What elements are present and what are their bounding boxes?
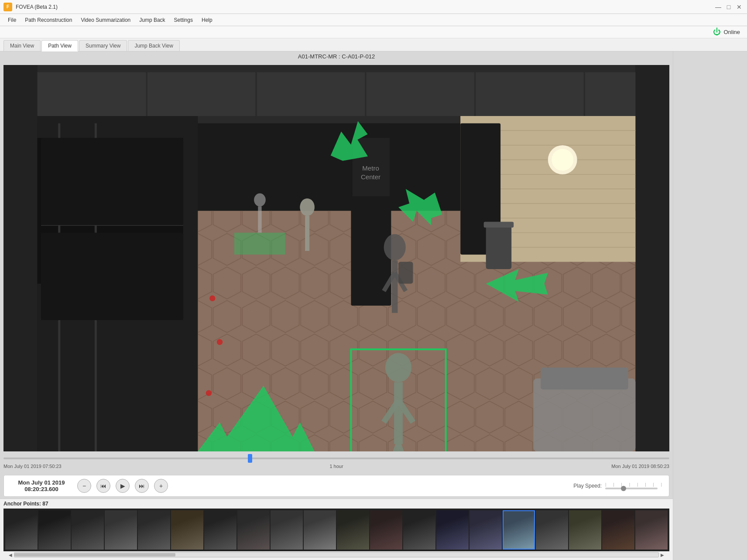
- svg-rect-46: [398, 262, 413, 283]
- playback-controls: Mon July 01 2019 08:20:23.600 − ⏮ ▶ ⏭ + …: [3, 475, 669, 497]
- close-button[interactable]: ✕: [735, 3, 744, 11]
- svg-text:Center: Center: [361, 173, 380, 181]
- thumbnail-14[interactable]: [469, 510, 502, 550]
- tab-jump-back-view[interactable]: Jump Back View: [128, 40, 179, 51]
- thumbnail-19[interactable]: [635, 510, 668, 550]
- left-panel: A01-MTRC-MR : C-A01-P-012: [0, 51, 673, 560]
- svg-point-36: [552, 149, 573, 171]
- rewind-button[interactable]: ⏮: [96, 479, 110, 493]
- svg-rect-33: [486, 225, 512, 269]
- thumbnail-0[interactable]: [5, 510, 38, 550]
- anchor-header: Anchor Points: 87: [3, 501, 669, 507]
- timeline-thumb[interactable]: [248, 454, 252, 463]
- thumbnail-3[interactable]: [105, 510, 137, 550]
- title-bar: F FOVEA (Beta 2.1) — □ ✕: [0, 0, 747, 14]
- thumbnail-12[interactable]: [403, 510, 435, 550]
- menu-help[interactable]: Help: [197, 15, 217, 25]
- svg-marker-37: [234, 232, 285, 254]
- svg-point-42: [384, 234, 406, 260]
- thumbnail-17[interactable]: [569, 510, 601, 550]
- minus-button[interactable]: −: [77, 479, 91, 493]
- menu-video-summarization[interactable]: Video Summarization: [76, 15, 135, 25]
- scroll-right-arrow[interactable]: ▶: [659, 553, 666, 557]
- thumbnail-10[interactable]: [337, 510, 369, 550]
- timeline-end: Mon July 01 2019 08:50:23: [611, 464, 669, 469]
- svg-rect-2: [38, 72, 636, 116]
- plus-button[interactable]: +: [154, 479, 168, 493]
- window-controls: — □ ✕: [714, 3, 744, 11]
- play-speed-label: Play Speed:: [573, 483, 602, 489]
- thumbnail-7[interactable]: [237, 510, 270, 550]
- svg-rect-13: [41, 232, 183, 320]
- svg-rect-57: [541, 368, 628, 389]
- maximize-button[interactable]: □: [724, 3, 733, 11]
- fast-forward-button[interactable]: ⏭: [135, 479, 149, 493]
- scroll-left-arrow[interactable]: ◀: [7, 553, 14, 557]
- svg-text:Metro: Metro: [362, 164, 379, 172]
- timeline-area: Mon July 01 2019 07:50:23 1 hour Mon Jul…: [0, 451, 673, 473]
- online-label: Online: [723, 29, 740, 35]
- thumbnail-scrollbar[interactable]: ◀ ▶: [3, 551, 669, 558]
- thumbnail-18[interactable]: [602, 510, 634, 550]
- timeline-track[interactable]: [3, 458, 669, 459]
- svg-point-61: [300, 198, 314, 216]
- thumbnail-5[interactable]: [171, 510, 203, 550]
- speed-slider[interactable]: [605, 488, 658, 489]
- thumbnail-8[interactable]: [271, 510, 303, 550]
- thumbnail-6[interactable]: [204, 510, 236, 550]
- scroll-track[interactable]: [14, 552, 659, 557]
- date-line2: 08:20:23.600: [11, 486, 72, 492]
- scroll-thumb: [14, 553, 175, 557]
- thumbnail-11[interactable]: [370, 510, 402, 550]
- menu-jump-back[interactable]: Jump Back: [135, 15, 169, 25]
- menu-bar: File Path Reconstruction Video Summariza…: [0, 14, 747, 26]
- title-bar-left: F FOVEA (Beta 2.1): [3, 3, 58, 11]
- play-button[interactable]: ▶: [116, 479, 130, 493]
- datetime-display: Mon July 01 2019 08:20:23.600: [11, 479, 72, 492]
- tab-path-view[interactable]: Path View: [41, 40, 78, 51]
- svg-point-60: [206, 390, 212, 396]
- thumbnail-2[interactable]: [72, 510, 104, 550]
- menu-file[interactable]: File: [3, 15, 21, 25]
- svg-point-63: [254, 193, 266, 206]
- svg-rect-34: [484, 222, 514, 227]
- menu-settings[interactable]: Settings: [170, 15, 197, 25]
- app-icon: F: [3, 3, 12, 11]
- online-icon: ⏻: [713, 27, 721, 37]
- play-speed-section: Play Speed: | | | | | | | |: [573, 482, 662, 489]
- video-container: Metro Center: [3, 65, 669, 451]
- tab-summary-view[interactable]: Summary View: [79, 40, 127, 51]
- speed-slider-container[interactable]: | | | | | | | |: [605, 482, 662, 489]
- thumbnail-strip: [3, 509, 669, 551]
- tab-bar: Main View Path View Summary View Jump Ba…: [0, 38, 747, 51]
- video-scene: Metro Center: [3, 65, 669, 451]
- status-top-bar: ⏻ Online: [0, 26, 747, 38]
- timeline-labels: Mon July 01 2019 07:50:23 1 hour Mon Jul…: [3, 464, 669, 469]
- video-label: A01-MTRC-MR : C-A01-P-012: [0, 51, 673, 61]
- thumbnail-16[interactable]: [536, 510, 568, 550]
- thumbnail-15[interactable]: [503, 510, 535, 550]
- online-indicator: ⏻ Online: [713, 27, 740, 37]
- video-frame: Metro Center: [3, 65, 669, 451]
- minimize-button[interactable]: —: [714, 3, 723, 11]
- main-content: A01-MTRC-MR : C-A01-P-012: [0, 51, 747, 560]
- right-panel: [673, 51, 747, 560]
- thumbnail-9[interactable]: [304, 510, 336, 550]
- timeline-center: 1 hour: [329, 464, 343, 469]
- anchor-section: Anchor Points: 87: [0, 499, 673, 560]
- speed-thumb: [621, 486, 626, 491]
- menu-path-reconstruction[interactable]: Path Reconstruction: [21, 15, 76, 25]
- timeline-start: Mon July 01 2019 07:50:23: [3, 464, 62, 469]
- date-line1: Mon July 01 2019: [11, 479, 72, 486]
- svg-point-58: [209, 295, 215, 301]
- app-title: FOVEA (Beta 2.1): [16, 4, 58, 10]
- thumbnail-1[interactable]: [38, 510, 71, 550]
- svg-rect-12: [41, 138, 183, 225]
- thumbnail-13[interactable]: [436, 510, 469, 550]
- tab-main-view[interactable]: Main View: [3, 40, 41, 51]
- svg-point-59: [217, 339, 223, 345]
- svg-point-50: [385, 353, 411, 382]
- thumbnail-4[interactable]: [138, 510, 170, 550]
- timeline-bar-container[interactable]: [3, 454, 669, 463]
